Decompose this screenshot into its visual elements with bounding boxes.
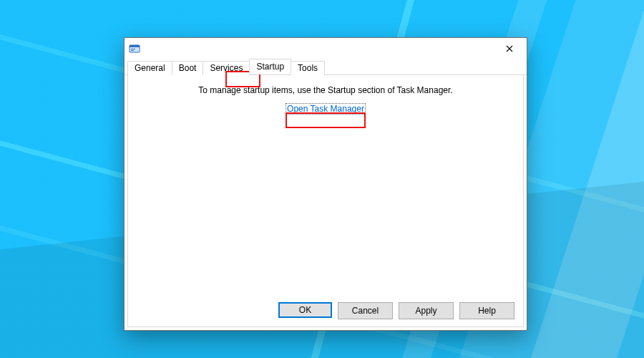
close-button[interactable]: [493, 39, 525, 59]
title-left: [129, 43, 145, 54]
startup-message: To manage startup items, use the Startup…: [128, 85, 523, 95]
tab-tools[interactable]: Tools: [291, 61, 325, 75]
tab-boot[interactable]: Boot: [172, 61, 204, 75]
titlebar[interactable]: [125, 38, 527, 59]
tab-strip: General Boot Services Startup Tools: [125, 59, 527, 75]
tab-services[interactable]: Services: [203, 61, 250, 75]
link-row: Open Task Manager: [128, 104, 523, 114]
open-task-manager-link[interactable]: Open Task Manager: [286, 103, 366, 115]
ok-button[interactable]: OK: [278, 302, 332, 318]
desktop-wallpaper: General Boot Services Startup Tools To m…: [0, 0, 644, 358]
dialog-button-row: OK Cancel Apply Help: [278, 302, 514, 319]
apply-button[interactable]: Apply: [399, 302, 454, 319]
svg-rect-2: [131, 49, 135, 49]
close-icon: [506, 45, 513, 52]
help-button[interactable]: Help: [459, 302, 514, 319]
tab-panel-startup: To manage startup items, use the Startup…: [127, 75, 524, 327]
app-icon: [129, 43, 140, 54]
tab-general[interactable]: General: [127, 61, 172, 75]
svg-rect-1: [130, 45, 140, 47]
svg-rect-3: [131, 50, 134, 51]
cancel-button[interactable]: Cancel: [338, 302, 393, 319]
tab-startup[interactable]: Startup: [249, 59, 291, 74]
msconfig-window: General Boot Services Startup Tools To m…: [124, 37, 527, 331]
